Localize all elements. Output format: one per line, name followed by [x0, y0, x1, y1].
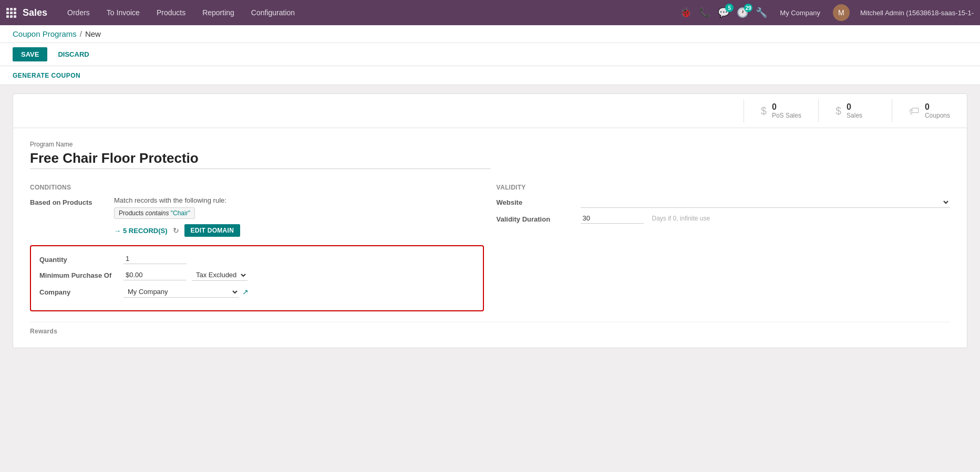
sales-number: 0	[847, 102, 862, 112]
generate-coupon-button[interactable]: GENERATE COUPON	[13, 72, 80, 79]
debug-icon[interactable]: 🐞	[680, 7, 692, 18]
nav-configuration[interactable]: Configuration	[244, 0, 302, 25]
coupons-icon: 🏷	[909, 105, 920, 117]
phone-icon[interactable]: 📞	[699, 7, 710, 18]
nav-orders[interactable]: Orders	[60, 0, 97, 25]
match-records-text: Match records with the following rule:	[114, 196, 484, 204]
records-link[interactable]: → 5 RECORD(S)	[114, 227, 168, 235]
save-button[interactable]: SAVE	[13, 47, 47, 61]
stat-sales[interactable]: $ 0 Sales	[818, 99, 892, 122]
min-purchase-label: Minimum Purchase Of	[39, 269, 118, 279]
nav-products[interactable]: Products	[149, 0, 193, 25]
filter-field: Products	[119, 209, 143, 217]
records-count: 5 RECORD(S)	[123, 227, 168, 235]
sales-label: Sales	[847, 112, 862, 119]
based-on-products-label: Based on Products	[30, 196, 109, 206]
pos-sales-label: PoS Sales	[772, 112, 801, 119]
match-records-container: Match records with the following rule: P…	[114, 196, 484, 219]
filter-tag[interactable]: Products contains "Chair"	[114, 207, 195, 219]
breadcrumb-separator: /	[80, 29, 82, 38]
messages-badge: 5	[725, 4, 734, 12]
refresh-button[interactable]: ↻	[173, 226, 179, 235]
validity-duration-row: Validity Duration Days if 0, infinite us…	[497, 213, 951, 224]
stats-bar: $ 0 PoS Sales $ 0 Sales 🏷 0 Coupons	[13, 94, 967, 128]
validity-hint: Days if 0, infinite use	[652, 215, 710, 222]
company-row: Company My Company ↗	[39, 286, 474, 298]
main-content: $ 0 PoS Sales $ 0 Sales 🏷 0 Coupons	[0, 85, 980, 356]
rewards-section: Rewards	[30, 322, 950, 335]
pos-sales-icon: $	[761, 105, 767, 117]
stat-pos-sales[interactable]: $ 0 PoS Sales	[744, 99, 818, 122]
validity-duration-input[interactable]	[581, 213, 644, 224]
quantity-label: Quantity	[39, 254, 118, 264]
company-name: My Company	[780, 9, 820, 17]
quantity-input[interactable]	[123, 254, 187, 264]
discard-button[interactable]: DISCARD	[51, 47, 95, 61]
nav-reporting[interactable]: Reporting	[195, 0, 242, 25]
activity-icon[interactable]: 🕐 29	[737, 7, 748, 18]
external-link-icon[interactable]: ↗	[242, 288, 249, 296]
min-purchase-input[interactable]	[123, 270, 187, 280]
records-row: → 5 RECORD(S) ↻ EDIT DOMAIN	[114, 224, 484, 237]
nav-to-invoice[interactable]: To Invoice	[99, 0, 147, 25]
website-row: Website	[497, 196, 951, 208]
brand-name[interactable]: Sales	[23, 7, 47, 18]
generate-bar: GENERATE COUPON	[0, 66, 980, 85]
apps-icon[interactable]	[6, 8, 16, 18]
conditions-column: Conditions Based on Products Match recor…	[30, 184, 484, 311]
highlight-box: Quantity Minimum Purchase Of Tax Exclude…	[30, 245, 484, 311]
filter-val: "Chair"	[171, 209, 190, 217]
action-bar: SAVE DISCARD	[0, 43, 980, 66]
top-nav: Sales Orders To Invoice Products Reporti…	[0, 0, 980, 25]
rewards-label: Rewards	[30, 328, 950, 335]
website-label: Website	[497, 196, 575, 206]
stat-coupons[interactable]: 🏷 0 Coupons	[892, 99, 967, 122]
company-select[interactable]: My Company	[123, 286, 239, 298]
company-label: Company	[39, 286, 118, 296]
validity-label: Validity	[497, 184, 951, 191]
website-select[interactable]	[581, 196, 951, 208]
breadcrumb-current: New	[85, 29, 101, 38]
pos-sales-number: 0	[772, 102, 801, 112]
based-on-products-row: Based on Products Match records with the…	[30, 196, 484, 219]
activity-badge: 29	[744, 4, 752, 12]
edit-domain-button[interactable]: EDIT DOMAIN	[184, 224, 241, 237]
validity-duration-label: Validity Duration	[497, 213, 575, 223]
record-card: $ 0 PoS Sales $ 0 Sales 🏷 0 Coupons	[13, 93, 967, 348]
coupons-number: 0	[925, 102, 950, 112]
validity-column: Validity Website Validity Duration	[497, 184, 951, 311]
sales-icon: $	[835, 105, 841, 117]
program-name-input[interactable]	[30, 150, 490, 169]
breadcrumb: Coupon Programs / New	[0, 25, 980, 43]
min-purchase-row: Minimum Purchase Of Tax Excluded	[39, 269, 474, 281]
form-area: Program Name Conditions Based on Product…	[13, 128, 967, 348]
coupons-label: Coupons	[925, 112, 950, 119]
tax-select[interactable]: Tax Excluded	[192, 269, 247, 281]
user-name: Mitchell Admin (15638618-saas-15-1-	[860, 9, 974, 17]
filter-op: contains	[146, 209, 169, 217]
settings-icon[interactable]: 🔧	[756, 7, 767, 18]
avatar[interactable]: M	[833, 4, 850, 21]
quantity-row: Quantity	[39, 254, 474, 264]
conditions-label: Conditions	[30, 184, 484, 191]
program-name-label: Program Name	[30, 141, 950, 148]
breadcrumb-parent[interactable]: Coupon Programs	[13, 29, 77, 38]
messages-icon[interactable]: 💬 5	[718, 7, 729, 18]
